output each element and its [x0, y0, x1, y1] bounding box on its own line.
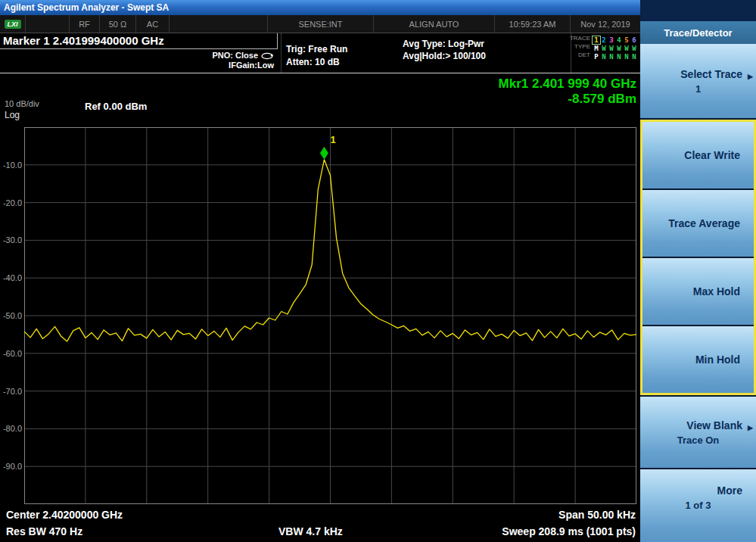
view-blank-label: View Blank ▶: [640, 419, 756, 432]
marker-frequency: Mkr1 2.401 999 40 GHz: [499, 76, 636, 92]
trace-mode-group: Clear Write Trace Average Max Hold Min H…: [640, 120, 756, 395]
button-label: View Blank: [686, 419, 742, 431]
det-vals-item: N: [615, 53, 623, 61]
submenu-arrow-icon: ▶: [748, 422, 753, 435]
status-spacer: [170, 15, 268, 33]
sweep-time-setting[interactable]: Sweep 208.9 ms (1001 pts): [502, 525, 636, 537]
status-spacer: [26, 15, 70, 33]
button-label: Trace Average: [642, 217, 754, 230]
avg-type-setting: Avg Type: Log-Pwr: [403, 38, 486, 50]
y-axis-label: -50.0: [0, 310, 22, 321]
y-axis-labels: -10.0-20.0-30.0-40.0-50.0-60.0-70.0-80.0…: [0, 73, 24, 506]
sense-indicator: SENSE:INT: [268, 15, 374, 33]
ref-level-label[interactable]: Ref 0.00 dBm: [85, 101, 147, 112]
selected-trace-value: 1: [640, 83, 756, 95]
measurement-bar: Marker 1 2.401999400000 GHz PNO: Close I…: [0, 33, 640, 73]
min-hold-button[interactable]: Min Hold: [642, 326, 754, 393]
spectrum-trace-plot: [24, 127, 636, 504]
y-axis-label: -30.0: [0, 235, 22, 245]
det-vals-item: N: [600, 53, 608, 61]
more-page-indicator: 1 of 3: [640, 500, 756, 511]
trace-on-state: Trace On: [640, 435, 756, 446]
graticule: 1: [24, 127, 636, 504]
trace-row-label: TRACE: [562, 35, 593, 42]
trigger-block[interactable]: Trig: Free Run Atten: 10 dB: [286, 43, 347, 69]
impedance-indicator: 50 Ω: [100, 15, 136, 33]
more-button[interactable]: More 1 of 3: [640, 469, 756, 542]
average-block[interactable]: Avg Type: Log-Pwr Avg|Hold:> 100/100: [403, 38, 486, 62]
submenu-arrow-icon: ▶: [748, 70, 753, 83]
select-trace-button[interactable]: Select Trace ▶ 1: [640, 44, 756, 118]
y-axis-label: -20.0: [0, 198, 22, 208]
pno-loop-icon: [260, 52, 274, 60]
lxi-indicator: LXI: [0, 15, 26, 33]
window-title-bar: Agilent Spectrum Analyzer - Swept SA: [0, 0, 640, 15]
center-frequency[interactable]: Center 2.40200000 GHz: [6, 509, 123, 521]
y-axis-label: -90.0: [0, 461, 22, 472]
coupling-indicator: AC: [136, 15, 170, 33]
det-vals-item: N: [608, 53, 615, 61]
softkey-panel: Trace/Detector Select Trace ▶ 1 Clear Wr…: [640, 0, 756, 542]
clear-write-button[interactable]: Clear Write: [642, 122, 754, 188]
scale-type-label: Log: [5, 110, 20, 120]
marker-amplitude: -8.579 dBm: [499, 92, 636, 107]
spectrum-analyzer-screen: Agilent Spectrum Analyzer - Swept SA LXI…: [0, 0, 756, 542]
scale-per-div-label: 10 dB/div: [5, 99, 39, 108]
y-axis-label: -10.0: [0, 160, 22, 170]
align-indicator: ALIGN AUTO: [374, 15, 495, 33]
det-vals-item: P: [593, 53, 600, 61]
softkey-panel-top: [640, 0, 756, 21]
softkey-menu-title: Trace/Detector: [640, 21, 756, 44]
clock-date: Nov 12, 2019: [571, 15, 640, 33]
trace-average-button[interactable]: Trace Average: [642, 190, 754, 257]
type-row-label: TYPE: [562, 43, 593, 50]
span-setting[interactable]: Span 50.00 kHz: [558, 509, 636, 521]
pno-setting: PNO: Close: [212, 51, 258, 61]
marker-readout[interactable]: Marker 1 2.401999400000 GHz: [0, 33, 278, 49]
ifgain-setting: IFGain:Low: [0, 61, 274, 70]
status-bar: LXI RF 50 Ω AC SENSE:INT ALIGN AUTO 10:5…: [0, 15, 640, 33]
select-trace-label: Select Trace ▶: [640, 68, 756, 81]
res-bw-setting[interactable]: Res BW 470 Hz: [6, 525, 82, 537]
y-axis-label: -70.0: [0, 386, 22, 397]
avg-hold-count: Avg|Hold:> 100/100: [403, 50, 486, 62]
y-axis-label: -60.0: [0, 348, 22, 359]
button-label: Select Trace: [680, 68, 742, 80]
trace-detectors: PNNNNN: [593, 48, 638, 62]
y-axis-label: -80.0: [0, 423, 22, 434]
divider: [281, 33, 282, 73]
det-vals-item: N: [630, 53, 638, 61]
button-label: Clear Write: [642, 149, 754, 162]
view-blank-button[interactable]: View Blank ▶ Trace On: [640, 397, 756, 468]
attenuation-setting: Atten: 10 dB: [286, 56, 347, 69]
button-label: More: [640, 484, 756, 497]
rf-input-indicator: RF: [70, 15, 100, 33]
trace-status-table[interactable]: TRACE 123456 TYPE MWWWWW DET PNNNNN: [562, 34, 638, 59]
pno-ifgain-block[interactable]: PNO: Close IFGain:Low: [0, 51, 274, 70]
button-label: Min Hold: [642, 354, 754, 366]
max-hold-button[interactable]: Max Hold: [642, 258, 754, 325]
marker-number-label: 1: [330, 134, 335, 145]
y-axis-label: -40.0: [0, 273, 22, 283]
trigger-setting: Trig: Free Run: [286, 43, 347, 56]
window-title: Agilent Spectrum Analyzer - Swept SA: [4, 2, 169, 13]
marker-result-readout: Mkr1 2.401 999 40 GHz -8.579 dBm: [499, 76, 636, 107]
video-bw-setting[interactable]: VBW 4.7 kHz: [278, 525, 343, 537]
lxi-icon: LXI: [5, 20, 21, 29]
display-area: Mkr1 2.401 999 40 GHz -8.579 dBm 10 dB/d…: [0, 73, 640, 506]
det-vals-item: N: [623, 53, 630, 61]
clock-time: 10:59:23 AM: [495, 15, 571, 33]
det-row-label: DET: [562, 51, 593, 58]
button-label: Max Hold: [642, 285, 754, 298]
footer-annotations: Center 2.40200000 GHz Span 50.00 kHz Res…: [0, 506, 640, 542]
